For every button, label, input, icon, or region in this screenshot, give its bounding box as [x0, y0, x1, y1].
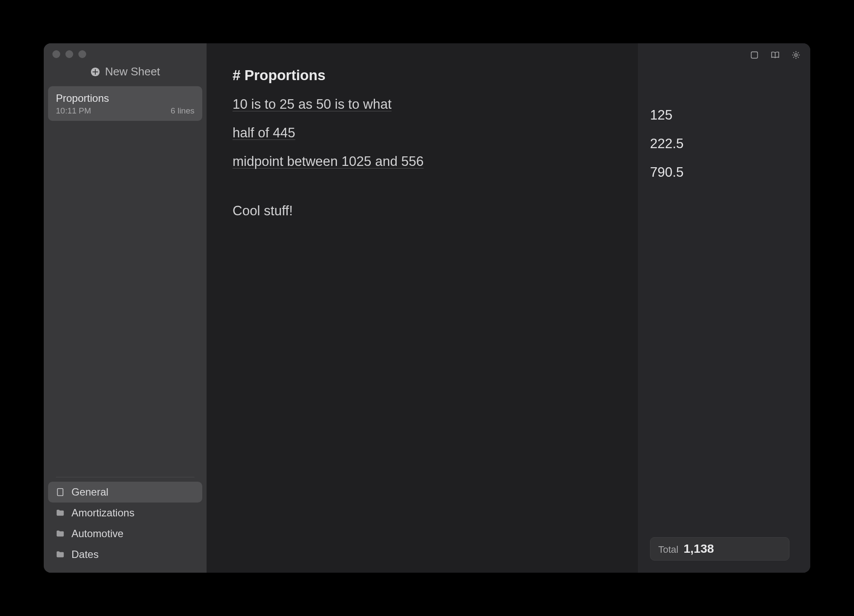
sheet-title: Proportions	[56, 92, 194, 104]
tag-label: Dates	[71, 548, 99, 561]
folder-icon	[55, 508, 65, 518]
app-window: New Sheet Proportions 10:11 PM 6 lines	[44, 43, 810, 573]
results-values: 125 222.5 790.5	[638, 62, 810, 191]
copy-result-button[interactable]	[749, 49, 760, 61]
sheet-item[interactable]: Proportions 10:11 PM 6 lines	[48, 86, 202, 121]
window-fullscreen-button[interactable]	[78, 50, 86, 58]
tag-label: Automotive	[71, 528, 123, 540]
gear-icon	[791, 50, 801, 60]
tag-label: Amortizations	[71, 507, 134, 519]
tag-item-general[interactable]: General	[48, 482, 202, 503]
editor-line: Cool stuff!	[233, 201, 615, 221]
sheet-icon	[55, 487, 65, 497]
editor-line: midpoint between 1025 and 556	[233, 151, 615, 172]
tag-item-amortizations[interactable]: Amortizations	[48, 503, 202, 523]
folder-icon	[55, 528, 65, 539]
result-value[interactable]: 790.5	[650, 162, 810, 183]
total-label: Total	[658, 544, 678, 555]
window-close-button[interactable]	[52, 50, 60, 58]
svg-point-3	[795, 54, 797, 56]
sidebar-divider	[56, 477, 194, 477]
reference-button[interactable]	[770, 49, 781, 61]
result-value[interactable]: 222.5	[650, 133, 810, 154]
tag-label: General	[71, 486, 108, 498]
plus-circle-icon	[90, 67, 100, 77]
total-value: 1,138	[683, 542, 714, 556]
book-icon	[770, 50, 780, 60]
sidebar: New Sheet Proportions 10:11 PM 6 lines	[44, 43, 207, 573]
sheet-linecount: 6 lines	[171, 106, 194, 116]
window-controls	[44, 43, 207, 62]
tag-item-automotive[interactable]: Automotive	[48, 523, 202, 544]
window-minimize-button[interactable]	[65, 50, 73, 58]
square-icon	[750, 50, 759, 60]
new-sheet-button[interactable]: New Sheet	[44, 62, 207, 86]
sheet-heading: # Proportions	[233, 64, 615, 86]
sheet-meta: 10:11 PM 6 lines	[56, 106, 194, 116]
new-sheet-label: New Sheet	[105, 65, 160, 78]
sheets-list: Proportions 10:11 PM 6 lines	[44, 86, 207, 121]
svg-rect-1	[58, 489, 63, 496]
editor-blank-line	[233, 180, 615, 201]
sheet-time: 10:11 PM	[56, 106, 91, 116]
toolbar	[638, 43, 810, 62]
svg-rect-2	[751, 52, 758, 58]
editor-pane[interactable]: # Proportions 10 is to 25 as 50 is to wh…	[207, 43, 638, 573]
tag-item-dates[interactable]: Dates	[48, 544, 202, 565]
tags-list: General Amortizations Automotive	[44, 482, 207, 573]
total-box[interactable]: Total 1,138	[650, 537, 789, 561]
editor-line: half of 445	[233, 123, 615, 143]
results-pane: 125 222.5 790.5 Total 1,138	[638, 43, 810, 573]
folder-icon	[55, 549, 65, 560]
editor-line: 10 is to 25 as 50 is to what	[233, 94, 615, 115]
result-value[interactable]: 125	[650, 105, 810, 126]
settings-button[interactable]	[790, 49, 802, 61]
